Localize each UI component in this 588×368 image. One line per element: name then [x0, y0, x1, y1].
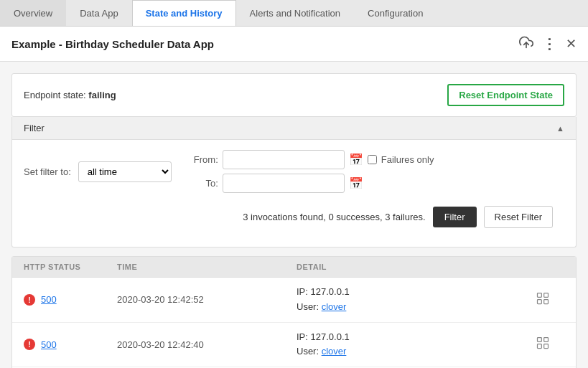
col-time: TIME [117, 263, 297, 271]
error-icon: ! [24, 294, 35, 306]
close-icon[interactable]: ✕ [566, 36, 577, 52]
status-code-link[interactable]: 500 [41, 339, 57, 350]
main-content: Endpoint state: failing Reset Endpoint S… [0, 62, 588, 368]
results-table: HTTP STATUS TIME DETAIL ! 500 2020-03-20… [11, 256, 577, 368]
from-input[interactable] [223, 150, 345, 169]
tab-state-history[interactable]: State and History [132, 0, 236, 26]
to-row: To: 📅 [193, 174, 434, 193]
from-label: From: [193, 154, 218, 165]
from-row: From: 📅 Failures only [193, 150, 434, 169]
from-calendar-icon[interactable]: 📅 [349, 153, 363, 166]
svg-rect-3 [538, 299, 542, 303]
endpoint-state-box: Endpoint state: failing Reset Endpoint S… [11, 73, 577, 117]
detail-cell: IP: 127.0.0.1 User: clover [297, 330, 521, 360]
svg-rect-6 [544, 338, 549, 342]
col-detail: DETAIL [297, 263, 521, 271]
tab-bar: Overview Data App State and History Aler… [0, 0, 588, 27]
status-cell: ! 500 [24, 294, 117, 306]
table-row: ! 500 2020-03-20 12:42:40 IP: 127.0.0.1 … [12, 323, 576, 368]
ip-value: IP: 127.0.0.1 [297, 330, 521, 345]
tab-overview[interactable]: Overview [0, 0, 66, 26]
page-header: Example - Birthday Scheduler Data App ⋮ … [0, 27, 588, 62]
ip-value: IP: 127.0.0.1 [297, 285, 521, 300]
table-header: HTTP STATUS TIME DETAIL [12, 257, 576, 278]
svg-rect-4 [544, 299, 549, 303]
user-link[interactable]: clover [322, 346, 347, 357]
header-actions: ⋮ ✕ [519, 35, 577, 52]
status-cell: ! 500 [24, 339, 117, 350]
col-action [521, 263, 564, 271]
filter-body: Set filter to: all time From: 📅 Failures… [12, 140, 576, 247]
failures-only-checkbox[interactable] [368, 155, 377, 164]
svg-rect-5 [538, 338, 542, 342]
svg-rect-2 [544, 293, 549, 297]
more-options-icon[interactable]: ⋮ [542, 35, 557, 52]
tab-alerts-notification[interactable]: Alerts and Notification [236, 0, 354, 26]
filter-select[interactable]: all time [78, 161, 172, 182]
filter-section: Filter Set filter to: all time From: 📅 F… [11, 117, 577, 247]
reset-endpoint-button[interactable]: Reset Endpoint State [447, 84, 564, 106]
row-action-icon[interactable] [521, 291, 564, 308]
endpoint-state-value: failing [88, 90, 116, 100]
time-cell: 2020-03-20 12:42:52 [117, 294, 297, 305]
set-filter-label: Set filter to: [24, 166, 71, 177]
tab-data-app[interactable]: Data App [66, 0, 132, 26]
detail-cell: IP: 127.0.0.1 User: clover [297, 285, 521, 315]
from-to-section: From: 📅 Failures only To: 📅 [193, 150, 434, 193]
filter-label: Filter [24, 123, 45, 133]
svg-rect-1 [538, 293, 542, 297]
tab-configuration[interactable]: Configuration [354, 0, 437, 26]
failures-only-label: Failures only [381, 154, 434, 165]
page-title: Example - Birthday Scheduler Data App [11, 38, 214, 50]
filter-button[interactable]: Filter [433, 207, 477, 227]
table-row: ! 500 2020-03-20 12:42:52 IP: 127.0.0.1 … [12, 278, 576, 323]
time-cell: 2020-03-20 12:42:40 [117, 339, 297, 350]
filter-collapse-icon[interactable] [556, 123, 564, 133]
summary-text: 3 invocations found, 0 successes, 3 fail… [243, 212, 425, 222]
filter-row-main: Set filter to: all time From: 📅 Failures… [24, 150, 564, 193]
error-icon: ! [24, 339, 35, 350]
svg-rect-8 [544, 344, 549, 349]
row-action-icon[interactable] [521, 336, 564, 353]
status-code-link[interactable]: 500 [41, 294, 57, 305]
svg-rect-7 [538, 344, 542, 349]
user-value: User: clover [297, 344, 521, 359]
to-input[interactable] [223, 174, 345, 193]
user-link[interactable]: clover [322, 301, 347, 312]
to-label: To: [193, 178, 218, 189]
filter-header[interactable]: Filter [12, 117, 576, 140]
summary-row: 3 invocations found, 0 successes, 3 fail… [24, 200, 564, 237]
col-http-status: HTTP STATUS [24, 263, 117, 271]
to-calendar-icon[interactable]: 📅 [349, 176, 363, 190]
reset-filter-button[interactable]: Reset Filter [484, 206, 553, 228]
user-value: User: clover [297, 300, 521, 315]
upload-icon[interactable] [519, 35, 533, 52]
endpoint-state-label: Endpoint state: failing [24, 90, 116, 100]
